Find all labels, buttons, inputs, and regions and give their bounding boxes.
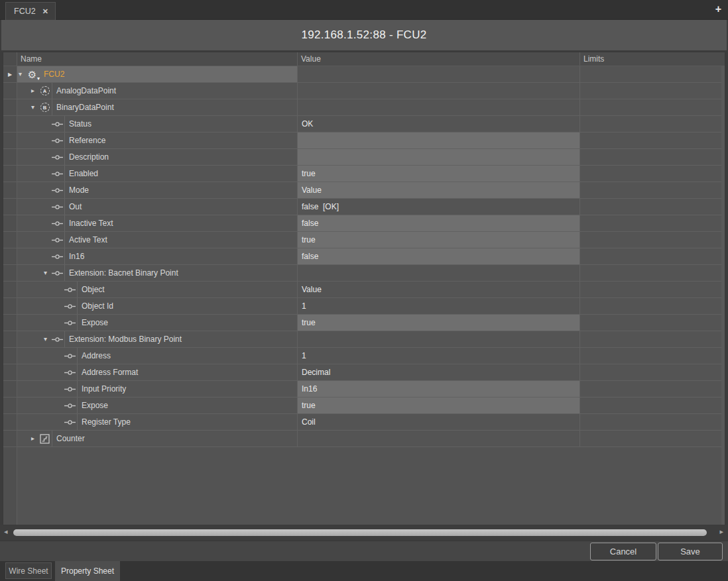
limits-cell (580, 364, 725, 381)
limits-cell (580, 282, 725, 298)
row-value: true (302, 235, 316, 244)
value-field[interactable]: true (298, 315, 579, 331)
value-field[interactable]: true (298, 397, 579, 413)
row-selector[interactable] (3, 232, 17, 248)
row-selector[interactable] (3, 215, 17, 232)
row-selector[interactable] (3, 99, 17, 116)
tab-property-sheet[interactable]: Property Sheet (55, 561, 120, 581)
value-cell: 1 (298, 348, 580, 364)
tree-name-cell[interactable]: Description (17, 149, 298, 166)
value-field: Coil (298, 414, 579, 430)
scroll-right-icon[interactable]: ▸ (719, 527, 723, 536)
limits-cell (580, 232, 725, 248)
tree-name-cell[interactable]: Object Id (17, 298, 298, 315)
row-selector[interactable] (3, 381, 17, 397)
expander-icon[interactable]: ▾ (44, 270, 52, 276)
tree-name-cell[interactable]: Enabled (17, 166, 298, 182)
row-value: Decimal (302, 368, 330, 377)
row-selector[interactable] (3, 331, 17, 348)
row-label: Expose (77, 315, 108, 331)
row-selector[interactable] (3, 132, 17, 149)
header-cell-limits[interactable]: Limits (580, 52, 725, 66)
expander-icon[interactable]: ▾ (44, 336, 52, 343)
value-field[interactable] (298, 149, 579, 165)
value-field[interactable]: In16 (298, 381, 579, 397)
tree-name-cell[interactable]: Input Priority (17, 381, 298, 397)
value-field[interactable]: true (298, 232, 579, 248)
vertical-scrollbar-track[interactable] (721, 66, 725, 525)
row-selector[interactable]: ▶ (3, 66, 17, 83)
tree-name-cell[interactable]: ▸ A AnalogDataPoint (17, 83, 298, 99)
cancel-button[interactable]: Cancel (590, 543, 656, 560)
tree-name-cell[interactable]: ▾ B BinaryDataPoint (17, 99, 298, 116)
expander-icon[interactable]: ▾ (19, 71, 27, 78)
value-cell: In16 (298, 381, 580, 397)
tree-name-cell[interactable]: Out (17, 199, 298, 215)
row-selector[interactable] (3, 199, 17, 215)
tree-name-cell[interactable]: ▾ ⚙▾ FCU2 (17, 66, 298, 83)
limits-cell (580, 331, 725, 348)
row-selector[interactable] (3, 182, 17, 199)
tree-name-cell[interactable]: Register Type (17, 414, 298, 431)
row-selector[interactable] (3, 315, 17, 331)
header-cell-value[interactable]: Value (298, 52, 580, 66)
tree-name-cell[interactable]: In16 (17, 248, 298, 265)
tree-name-cell[interactable]: Address (17, 348, 298, 364)
limits-cell (580, 265, 725, 282)
row-value: In16 (302, 384, 317, 394)
row-selector[interactable] (3, 265, 17, 282)
header-cell-name[interactable]: Name (17, 52, 298, 66)
save-button[interactable]: Save (658, 543, 723, 560)
value-cell (298, 132, 580, 149)
tree-name-cell[interactable]: Status (17, 116, 298, 132)
expander-icon[interactable]: ▾ (31, 104, 39, 111)
add-tab-icon[interactable]: + (715, 3, 721, 15)
value-field[interactable]: false (298, 248, 579, 264)
row-selector[interactable] (3, 414, 17, 431)
row-selector[interactable] (3, 149, 17, 166)
table-row: Register Type Coil (3, 414, 725, 431)
property-icon (52, 201, 63, 213)
horizontal-scrollbar[interactable]: ◂ ▸ (0, 525, 728, 541)
tree-name-cell[interactable]: Mode (17, 182, 298, 199)
row-value: Value (302, 285, 322, 294)
value-cell: Coil (298, 414, 580, 431)
row-selector[interactable] (3, 431, 17, 447)
scrollbar-thumb[interactable] (13, 529, 707, 536)
tab-wire-sheet[interactable]: Wire Sheet (5, 562, 52, 579)
value-field[interactable]: true (298, 166, 579, 182)
tree-name-cell[interactable]: Address Format (17, 364, 298, 381)
row-selector[interactable] (3, 348, 17, 364)
view-tab-bar: Wire Sheet Property Sheet (0, 561, 728, 581)
tree-name-cell[interactable]: ▾ Extension: Bacnet Binary Point (17, 265, 298, 282)
tree-name-cell[interactable]: Expose (17, 397, 298, 414)
tree-name-cell[interactable]: Active Text (17, 232, 298, 248)
row-value: true (302, 318, 316, 327)
tree-name-cell[interactable]: Inactive Text (17, 215, 298, 232)
value-field[interactable]: false (298, 215, 579, 231)
scroll-left-icon[interactable]: ◂ (4, 527, 8, 536)
tree-name-cell[interactable]: ▾ Extension: Modbus Binary Point (17, 331, 298, 348)
expander-icon[interactable]: ▸ (31, 435, 39, 442)
row-selector[interactable] (3, 83, 17, 99)
row-selector[interactable] (3, 116, 17, 132)
row-selector[interactable] (3, 397, 17, 414)
value-cell: false (298, 215, 580, 232)
row-selector[interactable] (3, 248, 17, 265)
expander-icon[interactable]: ▸ (31, 87, 39, 94)
row-label: Register Type (77, 414, 131, 431)
row-selector[interactable] (3, 298, 17, 315)
value-field[interactable] (298, 132, 579, 148)
tab-fcu2[interactable]: FCU2 ✕ (5, 2, 56, 20)
row-selector[interactable] (3, 364, 17, 381)
limits-cell (580, 431, 725, 447)
close-icon[interactable]: ✕ (42, 7, 48, 16)
value-field[interactable]: Value (298, 182, 579, 198)
tree-name-cell[interactable]: ▸ Counter (17, 431, 298, 447)
row-selector[interactable] (3, 282, 17, 298)
value-field: OK (298, 116, 579, 132)
tree-name-cell[interactable]: Object (17, 282, 298, 298)
tree-name-cell[interactable]: Reference (17, 132, 298, 149)
tree-name-cell[interactable]: Expose (17, 315, 298, 331)
row-selector[interactable] (3, 166, 17, 182)
